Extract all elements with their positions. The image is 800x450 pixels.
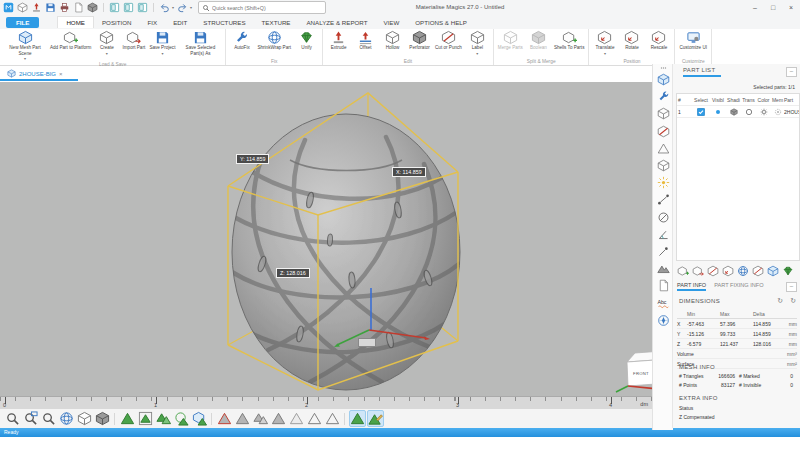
- cube-remove-icon[interactable]: [752, 265, 764, 277]
- fix-tools-icon[interactable]: [657, 90, 670, 103]
- measure-circle-icon[interactable]: [657, 211, 670, 224]
- col-transparency[interactable]: Trans: [741, 97, 756, 103]
- label-button[interactable]: Label▾: [464, 29, 491, 57]
- shrinkwrap-part-button[interactable]: ShrinkWrap Part: [255, 29, 293, 52]
- part-list-page-icon[interactable]: [657, 73, 670, 86]
- zoom-window-icon[interactable]: [22, 410, 39, 427]
- undo-dropdown-icon[interactable]: ▾: [172, 5, 174, 10]
- menu-tab-analyze-report[interactable]: ANALYZE & REPORT: [298, 17, 375, 28]
- create-button[interactable]: Create▾: [93, 29, 120, 57]
- triangle-info-icon[interactable]: [657, 142, 670, 155]
- search-input[interactable]: [212, 5, 322, 11]
- col-index[interactable]: #: [677, 97, 685, 103]
- col-color[interactable]: Color: [756, 97, 771, 103]
- cube-copy-icon[interactable]: [692, 265, 704, 277]
- wedge-icon[interactable]: [782, 265, 794, 277]
- menu-tab-edit[interactable]: EDIT: [165, 17, 195, 28]
- new-mesh-part-scene-button[interactable]: New Mesh Part Scene▾: [2, 29, 48, 62]
- measure-point-icon[interactable]: [657, 245, 670, 258]
- part-view-icon[interactable]: [137, 2, 148, 13]
- cube-paste-icon[interactable]: [707, 265, 719, 277]
- cube-globe-icon[interactable]: [737, 265, 749, 277]
- menu-tab-structures[interactable]: STRUCTURES: [195, 17, 253, 28]
- quick-search[interactable]: [198, 1, 326, 14]
- menu-tab-view[interactable]: VIEW: [375, 17, 407, 28]
- offset-button[interactable]: Offset: [352, 29, 379, 52]
- maximize-button[interactable]: □: [764, 0, 782, 15]
- select-checkbox[interactable]: [697, 108, 705, 116]
- unify-button[interactable]: Unify: [293, 29, 320, 52]
- col-part[interactable]: Part: [784, 97, 799, 103]
- import-part-button[interactable]: Import Part: [120, 29, 147, 52]
- cube-select-icon[interactable]: [767, 265, 779, 277]
- save-selected-parts-as-button[interactable]: Save Selected Part(s) As: [177, 29, 223, 57]
- save-project-button[interactable]: Save Project▾: [147, 29, 177, 57]
- zoom-icon[interactable]: [4, 410, 21, 427]
- part-list-collapse-button[interactable]: –: [786, 67, 797, 77]
- measure-distance-icon[interactable]: [657, 193, 670, 206]
- menu-tab-options-help[interactable]: OPTIONS & HELP: [407, 17, 475, 28]
- color-icon[interactable]: [760, 108, 768, 116]
- recalculate-icon[interactable]: ↻: [790, 297, 796, 305]
- cubes-group-icon[interactable]: [722, 265, 734, 277]
- light-settings-icon[interactable]: [657, 176, 670, 189]
- customize-ui-button[interactable]: Customize UI: [677, 29, 709, 52]
- unmark-shell-icon[interactable]: [288, 410, 305, 427]
- unmark-window-icon[interactable]: [234, 410, 251, 427]
- minimize-button[interactable]: –: [746, 0, 764, 15]
- col-select[interactable]: Select: [692, 97, 710, 103]
- import-part-icon[interactable]: [31, 2, 42, 13]
- new-scene-icon[interactable]: [17, 2, 28, 13]
- drag-grip-icon[interactable]: [657, 66, 670, 70]
- info-collapse-button[interactable]: –: [786, 282, 797, 292]
- col-shading[interactable]: Shadi: [726, 97, 741, 103]
- marking-brush-icon[interactable]: [349, 410, 366, 427]
- part-pages-icon[interactable]: [657, 107, 670, 120]
- unmark-triangle-icon[interactable]: [216, 410, 233, 427]
- menu-file[interactable]: FILE: [6, 17, 39, 28]
- tab-part-info[interactable]: PART INFO: [677, 282, 706, 291]
- machine-icon[interactable]: [87, 2, 98, 13]
- refresh-icon[interactable]: ↻: [777, 297, 783, 305]
- report-page-icon[interactable]: [657, 279, 670, 292]
- mark-surface-icon[interactable]: [173, 410, 190, 427]
- scene-view-icon[interactable]: [109, 2, 120, 13]
- measure-angle-icon[interactable]: [657, 228, 670, 241]
- scene-info-icon[interactable]: [657, 159, 670, 172]
- marked-triangles-icon[interactable]: [657, 125, 670, 138]
- col-memory[interactable]: Mem: [771, 97, 784, 103]
- unmark-surface-icon[interactable]: [270, 410, 287, 427]
- menu-tab-position[interactable]: POSITION: [94, 17, 140, 28]
- print-icon[interactable]: [59, 2, 70, 13]
- col-visible[interactable]: Visibl: [710, 97, 726, 103]
- cube-add-icon[interactable]: [677, 265, 689, 277]
- report-icon[interactable]: [73, 2, 84, 13]
- mark-plane-icon[interactable]: [155, 410, 172, 427]
- shells-to-parts-button[interactable]: Shells To Parts: [552, 29, 587, 52]
- extrude-button[interactable]: Extrude: [325, 29, 352, 52]
- undo-icon[interactable]: [159, 2, 170, 13]
- surface-info-icon[interactable]: [657, 262, 670, 275]
- platform-view-icon[interactable]: [123, 2, 134, 13]
- zoom-selection-icon[interactable]: [40, 410, 57, 427]
- perforator-button[interactable]: Perforator: [406, 29, 433, 52]
- close-button[interactable]: ×: [782, 0, 800, 15]
- hollow-button[interactable]: Hollow: [379, 29, 406, 52]
- redo-dropdown-icon[interactable]: ▾: [190, 5, 192, 10]
- save-icon[interactable]: [45, 2, 56, 13]
- cut-or-punch-button[interactable]: Cut or Punch: [433, 29, 464, 52]
- translate-button[interactable]: Translate▾: [591, 29, 618, 57]
- menu-tab-fix[interactable]: FIX: [140, 17, 166, 28]
- tab-part-fixing-info[interactable]: PART FIXING INFO: [714, 282, 763, 291]
- annotations-icon[interactable]: Abc: [657, 297, 670, 310]
- rescale-button[interactable]: Rescale: [645, 29, 672, 52]
- view-cube-icon[interactable]: [76, 410, 93, 427]
- menu-tab-home[interactable]: HOME: [57, 16, 94, 28]
- orientation-icon[interactable]: [657, 314, 670, 327]
- mark-shell-icon[interactable]: [191, 410, 208, 427]
- view-perspective-icon[interactable]: [58, 410, 75, 427]
- transparency-icon[interactable]: [745, 108, 753, 116]
- add-part-to-platform-button[interactable]: Add Part to Platform: [48, 29, 93, 52]
- mark-mode-icon[interactable]: [324, 410, 341, 427]
- redo-icon[interactable]: [177, 2, 188, 13]
